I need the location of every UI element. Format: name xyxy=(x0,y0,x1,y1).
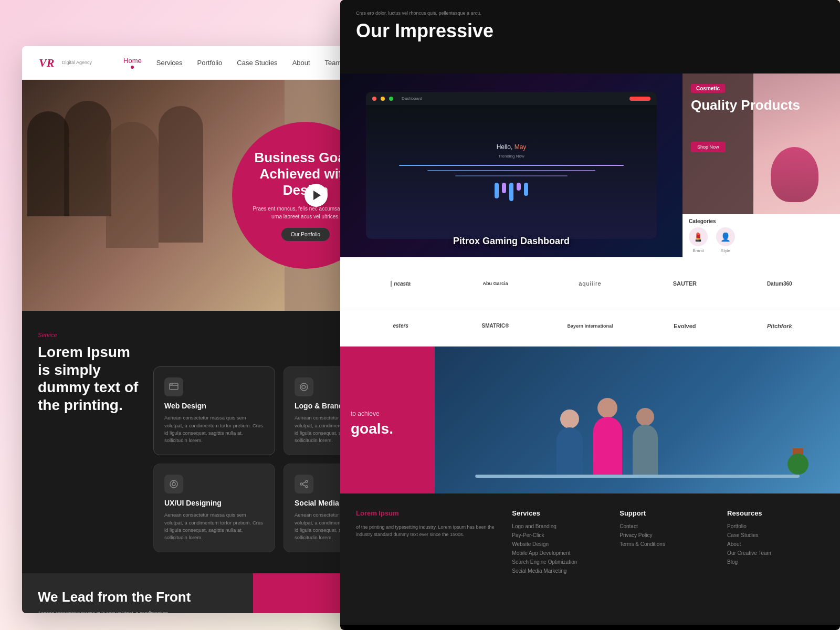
footer-link-webdesign[interactable]: Website Design xyxy=(512,541,609,547)
clients-row-1: ncasta Abu Garcia aquiiire SAUTER Datum3… xyxy=(340,257,840,310)
portfolio-cosmetic[interactable]: Cosmetic Quality Products Shop Now Categ… xyxy=(682,74,840,257)
cosmetic-label: Cosmetic xyxy=(691,84,725,93)
categories-list: 💄 Brand 👤 Style xyxy=(689,227,834,253)
right-top-small: Cras ero dolor, luctus vel rhoncus quis,… xyxy=(356,10,824,16)
stat-bar-2 xyxy=(502,183,506,193)
footer-resources-col: Resources Portfolio Case Studies About O… xyxy=(727,509,824,609)
stat-bars xyxy=(495,183,528,201)
lead-left: We Lead from the Front Aenean consectetu… xyxy=(22,573,253,613)
footer-services-title: Services xyxy=(512,509,609,517)
brand-icon: 💄 xyxy=(689,227,708,246)
right-top-section: Cras ero dolor, luctus vel rhoncus quis,… xyxy=(340,0,840,74)
person-silhouette-3 xyxy=(106,122,159,248)
service-card-webdesign[interactable]: Web Design Aenean consectetur massa quis… xyxy=(153,366,275,455)
portfolio-gaming[interactable]: Dashboard Hello, May Trending Now xyxy=(340,74,682,257)
person-silhouette-1 xyxy=(27,111,69,216)
gaming-dashboard: Dashboard Hello, May Trending Now xyxy=(366,92,657,239)
person-silhouette-2 xyxy=(64,101,111,216)
stat-bar-1 xyxy=(495,183,499,198)
footer-link-mobile[interactable]: Mobile App Development xyxy=(512,550,609,556)
play-button[interactable] xyxy=(304,184,328,207)
footer-link-terms[interactable]: Terms & Conditions xyxy=(620,541,717,547)
person-silhouette-4 xyxy=(159,106,203,243)
footer-link-smm[interactable]: Social Media Marketing xyxy=(512,568,609,574)
achieve-left: to achieve goals. xyxy=(340,346,435,494)
footer-link-privacy[interactable]: Privacy Policy xyxy=(620,532,717,538)
right-window: Cras ero dolor, luctus vel rhoncus quis,… xyxy=(340,0,840,630)
hero-cta-button[interactable]: Our Portfolio xyxy=(281,228,330,241)
footer-link-seo[interactable]: Search Engine Optimization xyxy=(512,559,609,565)
category-brand[interactable]: 💄 Brand xyxy=(689,227,708,253)
svg-text:VR: VR xyxy=(39,56,54,69)
svg-point-9 xyxy=(306,480,308,482)
clients-row-2: esters SMATRIC® Bayern International Evo… xyxy=(340,310,840,346)
svg-line-12 xyxy=(302,482,306,484)
categories-panel: Categories 💄 Brand 👤 Style xyxy=(682,214,840,257)
service-card-uxui[interactable]: UX/UI Designing Aenean consectetur massa… xyxy=(153,464,275,552)
dashboard-header: Dashboard xyxy=(366,92,657,105)
lead-subtitle: Aenean consectetur massa quis sem volutp… xyxy=(38,610,237,613)
head-3 xyxy=(636,408,654,426)
footer-link-blog[interactable]: Blog xyxy=(727,559,824,565)
body-2 xyxy=(593,417,622,475)
categories-label: Categories xyxy=(689,218,834,224)
person-office-1 xyxy=(556,410,583,475)
service-desc-webdesign: Aenean consectetur massa quis sem volutp… xyxy=(164,414,264,444)
category-style[interactable]: 👤 Style xyxy=(716,227,735,253)
stat-bar-5 xyxy=(524,183,528,196)
footer-link-about[interactable]: About xyxy=(727,541,824,547)
achieve-right xyxy=(435,346,840,494)
lead-title: We Lead from the Front xyxy=(38,589,237,605)
alert-bar xyxy=(629,97,650,101)
footer-support-col: Support Contact Privacy Policy Terms & C… xyxy=(620,509,717,609)
client-ncasta: ncasta xyxy=(356,276,445,291)
footer-about-text: of the printing and typesetting industry… xyxy=(356,523,501,539)
client-bayern: Bayern International xyxy=(545,318,635,334)
footer-link-team[interactable]: Our Creative Team xyxy=(727,550,824,556)
dashboard-body: Hello, May Trending Now xyxy=(366,105,657,239)
plant xyxy=(788,448,808,475)
nav-case-studies[interactable]: Case Studies xyxy=(237,59,277,67)
footer-link-ppc[interactable]: Pay-Per-Click xyxy=(512,532,609,538)
greeting-text: Hello, May xyxy=(497,143,527,151)
footer-resources-title: Resources xyxy=(727,509,824,517)
person-office-3 xyxy=(633,408,658,475)
body-3 xyxy=(633,425,658,475)
cosmetic-title: Quality Products xyxy=(691,98,800,113)
nav-portfolio[interactable]: Portfolio xyxy=(197,59,223,67)
stat-bar-4 xyxy=(517,183,521,191)
person-office-2 xyxy=(593,398,622,475)
table-shape xyxy=(475,475,800,478)
svg-point-10 xyxy=(300,483,302,485)
logo[interactable]: VR Digital Agency xyxy=(38,53,92,73)
nav-home[interactable]: Home xyxy=(123,57,142,69)
svg-point-3 xyxy=(171,384,172,385)
svg-point-7 xyxy=(172,482,175,486)
client-smatric: SMATRIC® xyxy=(450,318,540,334)
nav-team[interactable]: Team xyxy=(325,59,342,67)
client-datum360: Datum360 xyxy=(735,276,824,291)
footer-link-contact[interactable]: Contact xyxy=(620,523,717,529)
style-label: Style xyxy=(721,248,730,253)
svg-line-13 xyxy=(302,485,306,486)
portfolio-row: Dashboard Hello, May Trending Now xyxy=(340,74,840,257)
graph-line-3 xyxy=(455,175,568,176)
nav-about[interactable]: About xyxy=(292,59,310,67)
clients-grid-1: ncasta Abu Garcia aquiiire SAUTER Datum3… xyxy=(356,276,824,291)
footer-link-branding[interactable]: Logo and Branding xyxy=(512,523,609,529)
right-top-title: Our Impressive xyxy=(356,20,824,42)
services-heading: Lorem Ipsum is simply dummy text of the … xyxy=(38,343,143,414)
footer-link-portfolio[interactable]: Portfolio xyxy=(727,523,824,529)
stat-bar-3 xyxy=(509,183,513,201)
head-2 xyxy=(597,398,617,418)
dot-red xyxy=(372,97,376,101)
cosmetic-shop-button[interactable]: Shop Now xyxy=(691,142,726,152)
client-aquiiire: aquiiire xyxy=(545,276,635,291)
dot-green xyxy=(389,97,393,101)
footer-support-title: Support xyxy=(620,509,717,517)
footer-link-cases[interactable]: Case Studies xyxy=(727,532,824,538)
logo-subtitle: Digital Agency xyxy=(62,60,92,65)
footer-services-col: Services Logo and Branding Pay-Per-Click… xyxy=(512,509,609,609)
nav-services[interactable]: Services xyxy=(156,59,183,67)
graph-line-2 xyxy=(427,170,596,171)
